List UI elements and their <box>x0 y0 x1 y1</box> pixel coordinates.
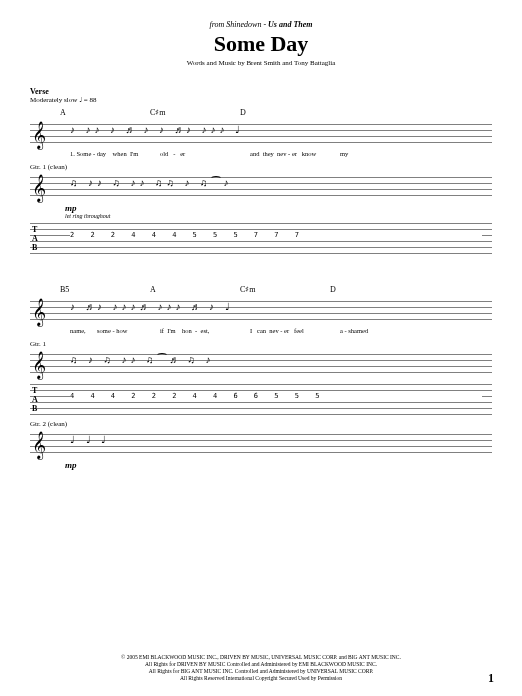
vocal-staff: 𝄞 ♪ ♬♪ ♪♪♪♬ ♪♪♪ ♬ ♪ ♩ <box>30 295 492 325</box>
treble-clef-icon: 𝄞 <box>32 122 46 149</box>
notation-placeholder: ♪ ♬♪ ♪♪♪♬ ♪♪♪ ♬ ♪ ♩ <box>70 301 482 321</box>
chord-symbol: A <box>150 285 240 294</box>
treble-clef-icon: 𝄞 <box>32 299 46 326</box>
tempo-marking: Moderately slow ♩ = 88 <box>30 96 492 104</box>
lyric-segment: 1. Some - day when I'm <box>70 150 160 157</box>
tab-clef-icon: TAB <box>32 386 38 413</box>
music-system-2: B5 A C♯m D 𝄞 ♪ ♬♪ ♪♪♪♬ ♪♪♪ ♬ ♪ ♩ name, s… <box>30 285 492 470</box>
tab-clef-icon: TAB <box>32 225 38 252</box>
lyrics-row: 1. Some - day when I'm old - er and they… <box>70 150 492 157</box>
guitar2-staff: 𝄞 ♩ ♩ ♩ <box>30 428 492 458</box>
chord-row: A C♯m D <box>60 108 492 117</box>
lyric-segment: I can nev - er feel <box>250 327 340 334</box>
chord-row: B5 A C♯m D <box>60 285 492 294</box>
notation-placeholder: ♩ ♩ ♩ <box>70 434 482 454</box>
tab-staff: TAB 4 4 4 2 2 2 4 4 6 6 5 5 5 <box>30 380 492 416</box>
sheet-music-page: from Shinedown - Us and Them Some Day Wo… <box>0 0 522 510</box>
album-title: Us and Them <box>268 20 312 29</box>
section-label: Verse <box>30 87 492 96</box>
tab-staff: TAB 2 2 2 4 4 4 5 5 5 7 7 7 <box>30 219 492 255</box>
treble-clef-icon: 𝄞 <box>32 432 46 459</box>
chord-symbol <box>330 108 420 117</box>
source-line: from Shinedown - Us and Them <box>30 20 492 29</box>
guitar-staff: 𝄞 ♫ ♪ ♫ ♪♪ ♫⁀♬ ♫ ♪ <box>30 348 492 378</box>
page-number: 1 <box>488 671 494 686</box>
notation-placeholder: ♫ ♪ ♫ ♪♪ ♫⁀♬ ♫ ♪ <box>70 354 482 374</box>
tab-numbers: 2 2 2 4 4 4 5 5 5 7 7 7 <box>70 231 482 239</box>
chord-symbol: C♯m <box>150 108 240 117</box>
vocal-staff: 𝄞 ♪ ♪♪ ♪ ♬ ♪ ♪ ♬♪ ♪♪♪ ♩ <box>30 118 492 148</box>
treble-clef-icon: 𝄞 <box>32 352 46 379</box>
guitar-part-label: Gtr. 1 (clean) <box>30 163 492 171</box>
chord-symbol: B5 <box>60 285 150 294</box>
guitar-part-label: Gtr. 1 <box>30 340 492 348</box>
chord-symbol: A <box>60 108 150 117</box>
copyright-line: All Rights for BIG ANT MUSIC INC. Contro… <box>0 668 522 675</box>
copyright-line: All Rights Reserved International Copyri… <box>0 675 522 682</box>
source-prefix: from Shinedown - <box>209 20 268 29</box>
lyric-segment: old - er <box>160 150 250 157</box>
lyric-segment: and they nev - er know <box>250 150 340 157</box>
lyrics-row: name, some - how if I'm hon - est, I can… <box>70 327 492 334</box>
songwriter-credits: Words and Music by Brent Smith and Tony … <box>30 59 492 67</box>
guitar-part-label: Gtr. 2 (clean) <box>30 420 492 428</box>
notation-placeholder: ♫ ♪♪ ♫ ♪♪ ♫♫ ♪ ♫⁀♪ <box>70 177 482 197</box>
guitar-staff: 𝄞 ♫ ♪♪ ♫ ♪♪ ♫♫ ♪ ♫⁀♪ <box>30 171 492 201</box>
lyric-segment: if I'm hon - est, <box>160 327 250 334</box>
tab-numbers: 4 4 4 2 2 2 4 4 6 6 5 5 5 <box>70 392 482 400</box>
lyric-segment: my <box>340 150 430 157</box>
music-system-1: A C♯m D 𝄞 ♪ ♪♪ ♪ ♬ ♪ ♪ ♬♪ ♪♪♪ ♩ 1. Some … <box>30 108 492 255</box>
dynamic-marking: mp <box>65 203 492 213</box>
copyright-line: © 2005 EMI BLACKWOOD MUSIC INC., DRIVEN … <box>0 654 522 661</box>
header: from Shinedown - Us and Them Some Day Wo… <box>30 20 492 67</box>
notation-placeholder: ♪ ♪♪ ♪ ♬ ♪ ♪ ♬♪ ♪♪♪ ♩ <box>70 124 482 144</box>
lyric-segment: name, some - how <box>70 327 160 334</box>
chord-symbol: C♯m <box>240 285 330 294</box>
dynamic-marking: mp <box>65 460 492 470</box>
chord-symbol: D <box>330 285 420 294</box>
lyric-segment: a - shamed <box>340 327 430 334</box>
copyright-line: All Rights for DRIVEN BY MUSIC Controlle… <box>0 661 522 668</box>
song-title: Some Day <box>30 31 492 57</box>
treble-clef-icon: 𝄞 <box>32 175 46 202</box>
copyright-block: © 2005 EMI BLACKWOOD MUSIC INC., DRIVEN … <box>0 654 522 682</box>
chord-symbol: D <box>240 108 330 117</box>
